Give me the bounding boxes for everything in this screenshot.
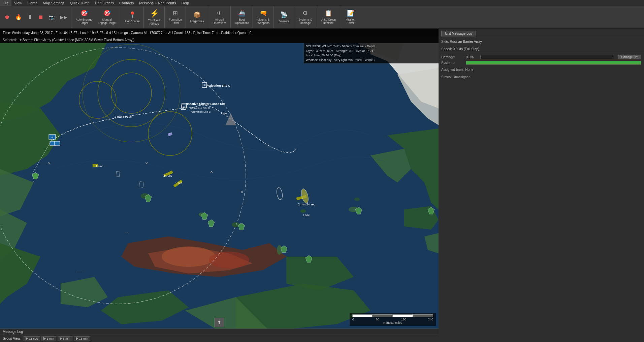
svg-text:Activation Site C: Activation Site C bbox=[206, 84, 230, 87]
systems-row: Systems: bbox=[439, 60, 644, 65]
svg-text:~~~~~: ~~~~~ bbox=[76, 271, 83, 273]
play-15s-btn[interactable]: 15 sec bbox=[24, 336, 40, 341]
svg-text:A: A bbox=[51, 136, 53, 139]
menu-map-settings[interactable]: Map Settings bbox=[40, 0, 67, 6]
menu-view[interactable]: View bbox=[11, 0, 25, 6]
pathfinder-arrow-btn[interactable]: ⬆ bbox=[215, 318, 224, 327]
svg-point-7 bbox=[300, 209, 306, 213]
play-5min-btn[interactable]: 5 min bbox=[58, 336, 72, 341]
menu-help[interactable]: Help bbox=[179, 0, 192, 6]
svg-text:×: × bbox=[240, 189, 243, 195]
boat-ops-btn[interactable]: 🚢 BoatOperations bbox=[233, 7, 252, 27]
svg-point-2 bbox=[209, 252, 249, 268]
manual-engage-btn[interactable]: 🎯 ManualEngage Target bbox=[95, 7, 119, 27]
toolbar-doctrine: 📋 Unit / GroupDoctrine bbox=[317, 6, 340, 28]
menu-missions[interactable]: Missions + Ref. Points bbox=[136, 0, 179, 6]
svg-text:1 sec: 1 sec bbox=[175, 181, 183, 185]
toolbar-formation: ⊞ FormationEditor bbox=[165, 6, 186, 28]
status-assign: Status: Unassigned bbox=[441, 75, 471, 79]
mounts-weapons-btn[interactable]: 🔫 Mounts &Weapons bbox=[255, 7, 272, 27]
time-bar-text: Time: Wednesday, June 28, 2017 - Zulu: 0… bbox=[3, 31, 251, 35]
toolbar-systems: ⚙ Systems &Damage bbox=[295, 6, 316, 28]
map-layer: Layer: -40m to -65m - Strength: 0.3 - CZ… bbox=[306, 49, 437, 54]
magazines-btn[interactable]: 📦 Magazines bbox=[188, 7, 206, 27]
toolbar-mounts: 🔫 Mounts &Weapons bbox=[254, 6, 273, 28]
svg-rect-19 bbox=[55, 141, 60, 145]
message-log-section: Message Log bbox=[0, 329, 439, 335]
svg-point-9 bbox=[354, 198, 360, 201]
damage-label: Damage: bbox=[441, 55, 463, 59]
svg-text:1 sec: 1 sec bbox=[302, 213, 310, 217]
fire-btn[interactable]: 🔥 bbox=[13, 7, 24, 27]
toolbar: ⏺ 🔥 ⏸ ⏹ 📷 ▶▶ 🎯 Auto EngageTarget 🎯 Manua… bbox=[0, 6, 644, 29]
group-view-label: Group View bbox=[3, 337, 20, 340]
toolbar-aircraft: ✈ AircraftOperations bbox=[209, 6, 231, 28]
aircraft-ops-btn[interactable]: ✈ AircraftOperations bbox=[210, 7, 229, 27]
contact-speed-label: Speed: bbox=[441, 47, 453, 51]
stop-btn[interactable]: ⏹ bbox=[36, 7, 46, 27]
menu-quick-jump[interactable]: Quick Jump bbox=[67, 0, 92, 6]
selected-label: Selected: bbox=[3, 38, 17, 42]
map-area[interactable]: A A ⊞ × × × × bbox=[0, 43, 439, 329]
contact-panel: Contact Status ◀ Inactive Cluster Lance … bbox=[439, 0, 644, 342]
damage-bar-container bbox=[480, 55, 614, 59]
assigned-base: Assigned base: None bbox=[441, 68, 473, 72]
svg-text:×: × bbox=[48, 161, 51, 166]
contact-speed-value: 0.0 kts (Full Stop) bbox=[453, 47, 479, 51]
map-coords: N77°43'08" W114°18'47" - 570nmi from sai… bbox=[306, 44, 437, 49]
systems-label: Systems: bbox=[441, 61, 463, 65]
map-weather: Weather: Clear sky - Very light rain - 2… bbox=[306, 58, 437, 63]
damage-value: 0.0% bbox=[466, 55, 478, 59]
menu-file[interactable]: File bbox=[0, 0, 11, 6]
contact-side-value: Russian Barrier Array bbox=[450, 40, 482, 44]
sensors-btn[interactable]: 📡 Sensors bbox=[276, 7, 292, 27]
svg-text:Activation Site B: Activation Site B bbox=[190, 107, 210, 110]
map-local-time: Local time: 20:44:00 (Day) bbox=[306, 53, 437, 58]
toolbar-engage: 🎯 Auto EngageTarget 🎯 ManualEngage Targe… bbox=[72, 6, 120, 28]
plane-fast-btn[interactable]: ▶▶ bbox=[58, 7, 70, 27]
scale-bar: 0 80 160 240 Nautical miles bbox=[350, 313, 436, 326]
auto-engage-btn[interactable]: 🎯 Auto EngageTarget bbox=[73, 7, 95, 27]
svg-text:.......: ....... bbox=[125, 230, 129, 233]
systems-bar-container bbox=[466, 61, 641, 65]
svg-text:2 min 35 sec: 2 min 35 sec bbox=[115, 115, 132, 118]
systems-bar bbox=[466, 61, 641, 64]
contact-side-label: Side: bbox=[441, 40, 450, 44]
menu-bar: File View Game Map Settings Quick Jump U… bbox=[0, 0, 644, 6]
damage-row: Damage: 0.0% Damage Crit bbox=[439, 54, 644, 60]
formation-editor-btn[interactable]: ⊞ FormationEditor bbox=[167, 7, 184, 27]
bottom-bar: Group View 15 sec 1 min 5 min 15 min bbox=[0, 335, 439, 342]
message-log-label: Message Log bbox=[3, 330, 23, 334]
toolbar-sensors: 📡 Sensors bbox=[274, 6, 294, 28]
menu-game[interactable]: Game bbox=[25, 0, 40, 6]
damage-crit-btn[interactable]: Damage Crit bbox=[618, 55, 641, 59]
pause-btn[interactable]: ⏸ bbox=[25, 7, 35, 27]
toolbar-throttle: ⚡ Throttle &Altitude bbox=[144, 6, 165, 28]
toolbar-boat: 🚢 BoatOperations bbox=[231, 6, 253, 28]
svg-text:A: A bbox=[33, 180, 35, 183]
map-info-overlay: N77°43'08" W114°18'47" - 570nmi from sai… bbox=[304, 43, 439, 63]
mission-editor-btn[interactable]: 📝 MissionEditor bbox=[342, 7, 359, 27]
svg-text:⊞: ⊞ bbox=[183, 106, 185, 109]
play-1min-btn[interactable]: 1 min bbox=[41, 336, 56, 341]
svg-text:1 sec: 1 sec bbox=[96, 165, 103, 168]
svg-point-1 bbox=[162, 247, 216, 267]
record-btn[interactable]: ⏺ bbox=[2, 7, 12, 27]
svg-text:Activation Site B: Activation Site B bbox=[191, 110, 211, 113]
svg-text:⊞: ⊞ bbox=[203, 84, 206, 87]
play-15min-btn[interactable]: 15 min bbox=[74, 336, 90, 341]
svg-text:×: × bbox=[145, 161, 148, 166]
toolbar-mission: 📝 MissionEditor bbox=[341, 6, 360, 28]
unit-doctrine-btn[interactable]: 📋 Unit / GroupDoctrine bbox=[318, 7, 339, 27]
throttle-altitude-btn[interactable]: ⚡ Throttle &Altitude bbox=[146, 7, 163, 27]
menu-unit-orders[interactable]: Unit Orders bbox=[92, 0, 117, 6]
unit-message-log-btn[interactable]: Unit Message Log bbox=[441, 31, 476, 36]
svg-text:34 sec: 34 sec bbox=[163, 174, 172, 177]
svg-text:×: × bbox=[210, 169, 213, 174]
menu-contacts[interactable]: Contacts bbox=[117, 0, 136, 6]
plot-course-btn[interactable]: 📍 Plot Course bbox=[122, 7, 142, 27]
camera-btn[interactable]: 📷 bbox=[46, 7, 57, 27]
map-svg: A A ⊞ × × × × bbox=[0, 43, 439, 329]
systems-damage-btn[interactable]: ⚙ Systems &Damage bbox=[296, 7, 315, 27]
toolbar-quick-controls: ⏺ 🔥 ⏸ ⏹ 📷 ▶▶ bbox=[1, 6, 71, 28]
